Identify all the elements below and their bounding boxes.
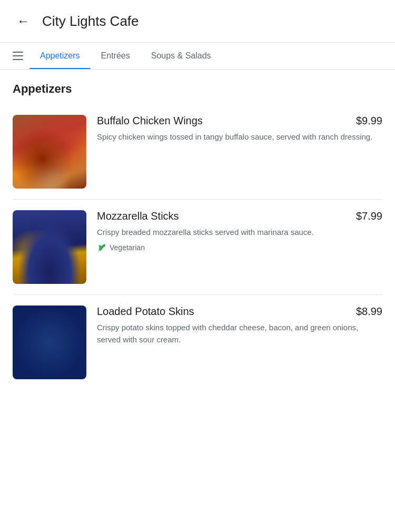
page-title: City Lights Cafe <box>42 13 139 29</box>
item-name: Mozzarella Sticks <box>97 210 350 222</box>
menu-line-3 <box>13 59 23 60</box>
back-button[interactable]: ← <box>13 11 34 32</box>
item-image-mozz <box>13 210 86 284</box>
menu-line-2 <box>13 55 23 56</box>
header: ← City Lights Cafe <box>0 0 395 43</box>
item-title-row: Loaded Potato Skins $8.99 <box>97 306 382 318</box>
tab-bar: Appetizers Entrées Soups & Salads <box>0 43 395 70</box>
list-item[interactable]: Mozzarella Sticks $7.99 Crispy breaded m… <box>13 200 382 295</box>
tab-entrees[interactable]: Entrées <box>91 43 141 69</box>
leaf-icon <box>97 243 106 252</box>
item-price: $8.99 <box>356 306 382 318</box>
item-title-row: Mozzarella Sticks $7.99 <box>97 210 382 222</box>
tab-soups-salads[interactable]: Soups & Salads <box>141 43 222 69</box>
item-title-row: Buffalo Chicken Wings $9.99 <box>97 115 382 127</box>
tab-appetizers[interactable]: Appetizers <box>29 43 91 69</box>
vegetarian-label: Vegetarian <box>110 243 145 252</box>
item-image-wings <box>13 115 86 189</box>
item-image-potato <box>13 306 86 379</box>
item-price: $9.99 <box>356 115 382 127</box>
menu-line-1 <box>13 52 23 53</box>
menu-icon-button[interactable] <box>6 43 29 68</box>
back-arrow-icon: ← <box>17 14 29 28</box>
item-details: Buffalo Chicken Wings $9.99 Spicy chicke… <box>86 115 382 147</box>
item-details: Loaded Potato Skins $8.99 Crispy potato … <box>86 306 382 350</box>
item-description: Crispy potato skins topped with cheddar … <box>97 322 382 346</box>
vegetarian-badge: Vegetarian <box>97 243 382 252</box>
section-heading: Appetizers <box>0 70 395 104</box>
item-name: Buffalo Chicken Wings <box>97 115 350 127</box>
menu-list: Buffalo Chicken Wings $9.99 Spicy chicke… <box>0 104 395 390</box>
item-price: $7.99 <box>356 210 382 222</box>
list-item[interactable]: Buffalo Chicken Wings $9.99 Spicy chicke… <box>13 104 382 200</box>
item-description: Crispy breaded mozzarella sticks served … <box>97 226 382 239</box>
item-description: Spicy chicken wings tossed in tangy buff… <box>97 131 382 143</box>
item-name: Loaded Potato Skins <box>97 306 350 318</box>
list-item[interactable]: Loaded Potato Skins $8.99 Crispy potato … <box>13 295 382 390</box>
item-details: Mozzarella Sticks $7.99 Crispy breaded m… <box>86 210 382 252</box>
